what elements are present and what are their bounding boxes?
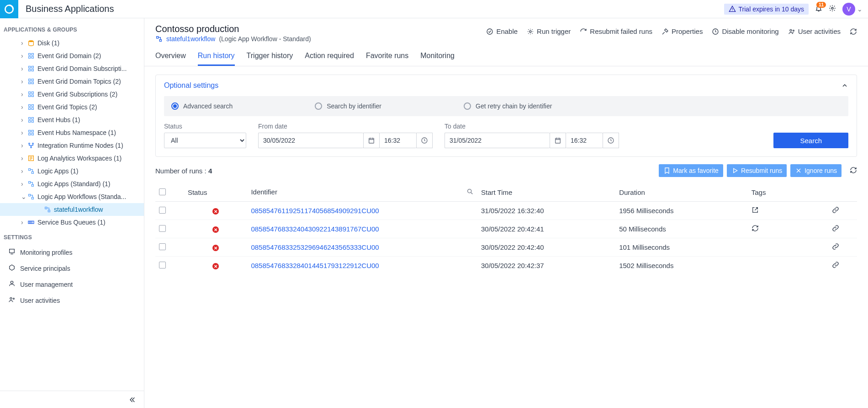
row-checkbox[interactable] [159,262,166,268]
sidebar-item[interactable]: ›Service Bus Queues (1) [0,216,144,229]
from-time-input[interactable] [380,133,416,148]
tab-run-history[interactable]: Run history [198,46,235,66]
run-tag[interactable] [748,257,828,275]
sidebar-item[interactable]: ›Disk (1) [0,37,144,49]
radio-search-by-identifier[interactable]: Search by identifier [315,102,381,110]
calendar-icon[interactable] [363,133,380,148]
sidebar-item[interactable]: ›Event Grid Subscriptions (2) [0,88,144,101]
svg-rect-20 [32,105,33,107]
clock-icon[interactable] [416,133,433,148]
resubmit-failed-action[interactable]: Resubmit failed runs [580,27,652,35]
from-date-input[interactable] [258,133,363,148]
sidebar-item-label: Service Bus Queues (1) [37,219,106,226]
settings-item[interactable]: User activities [0,292,144,308]
ignore-runs-button[interactable]: Ignore runs [790,164,842,177]
run-identifier[interactable]: 08585476833253296946243565333CU00 [247,238,477,257]
svg-rect-41 [45,207,47,209]
sidebar-item[interactable]: ›Event Grid Topics (2) [0,101,144,113]
logo[interactable] [0,0,18,18]
run-link-icon[interactable] [828,220,857,238]
tab-favorite-runs[interactable]: Favorite runs [366,46,408,66]
panel-collapse-icon[interactable] [841,82,848,89]
run-link-icon[interactable] [828,202,857,220]
tab-trigger-history[interactable]: Trigger history [247,46,293,66]
run-identifier[interactable]: 08585476119251174056854909291CU00 [247,202,477,220]
sidebar-item-stateful1workflow[interactable]: stateful1workflow [0,203,144,216]
sidebar-item[interactable]: ›Event Grid Domain (2) [0,49,144,62]
search-icon[interactable] [466,188,474,197]
to-date-label: To date [445,123,619,130]
run-identifier[interactable]: 08585476833284014451793122912CU00 [247,257,477,275]
run-duration: 1502 Milliseconds [615,257,748,275]
row-checkbox[interactable] [159,207,166,214]
sidebar-item-label: Event Grid Domain Topics (2) [37,78,121,85]
clock-icon[interactable] [603,133,619,148]
row-checkbox[interactable] [159,225,166,232]
sidebar-item-label: Log Analytics Workspaces (1) [37,155,122,162]
sidebar-item-label: Event Hubs Namespace (1) [37,129,116,136]
select-all-checkbox[interactable] [159,188,166,195]
sidebar-item[interactable]: ›Event Grid Domain Topics (2) [0,75,144,88]
sidebar-item-label: Event Hubs (1) [37,116,80,123]
table-row: ✕08585476833240430922143891767CU0030/05/… [155,220,857,238]
sidebar-item[interactable]: ⌄Logic App Workflows (Standa... [0,190,144,203]
avatar-chevron-icon[interactable]: ⌄ [857,5,863,13]
run-identifier[interactable]: 08585476833240430922143891767CU00 [247,220,477,238]
calendar-icon[interactable] [550,133,566,148]
settings-item[interactable]: User management [0,276,144,292]
notifications-button[interactable]: 11 [815,5,822,13]
tab-overview[interactable]: Overview [155,46,186,66]
enable-action[interactable]: Enable [486,27,518,35]
user-activities-action[interactable]: User activities [788,27,841,35]
sidebar-item[interactable]: ›Log Analytics Workspaces (1) [0,152,144,165]
svg-rect-3 [29,54,31,55]
row-checkbox[interactable] [159,243,166,250]
settings-label: Monitoring profiles [20,249,72,256]
tab-monitoring[interactable]: Monitoring [420,46,455,66]
svg-rect-10 [32,69,33,71]
resubmit-runs-button[interactable]: Resubmit runs [727,164,787,177]
tab-action-required[interactable]: Action required [305,46,354,66]
col-start-time: Start Time [477,183,615,202]
sidebar-item[interactable]: ›Event Hubs Namespace (1) [0,126,144,139]
status-select[interactable]: All [164,133,246,148]
properties-action[interactable]: Properties [662,27,703,35]
sidebar-item[interactable]: ›Logic Apps (Standard) (1) [0,177,144,190]
run-trigger-action[interactable]: Run trigger [527,27,571,35]
svg-rect-16 [32,92,33,94]
caret-icon: › [21,155,26,162]
svg-rect-12 [32,79,33,81]
run-tag[interactable] [748,238,828,257]
sidebar-item[interactable]: ›Logic Apps (1) [0,165,144,177]
search-button[interactable]: Search [773,133,848,148]
settings-item[interactable]: Monitoring profiles [0,244,144,260]
disable-monitoring-action[interactable]: Disable monitoring [712,27,778,35]
svg-rect-26 [32,120,33,122]
avatar[interactable]: V [842,3,855,16]
sidebar-item-label: stateful1workflow [54,206,103,213]
sidebar-item[interactable]: ›Integration Runtime Nodes (1) [0,139,144,152]
sidebar-collapse-button[interactable] [0,391,144,408]
caret-icon: › [21,167,26,175]
trial-badge[interactable]: Trial expires in 10 days [724,4,809,15]
item-icon [27,219,35,226]
mark-favorite-button[interactable]: Mark as favorite [659,164,723,177]
settings-item[interactable]: Service principals [0,260,144,276]
run-link-icon[interactable] [828,257,857,275]
run-tag[interactable] [748,202,828,220]
run-tag[interactable] [748,220,828,238]
sidebar-item[interactable]: ›Event Grid Domain Subscripti... [0,62,144,75]
settings-button[interactable] [829,5,836,13]
item-icon [27,129,35,136]
run-duration: 50 Milliseconds [615,220,748,238]
to-time-input[interactable] [566,133,603,148]
item-icon [27,91,35,98]
sidebar-item[interactable]: ›Event Hubs (1) [0,113,144,126]
sidebar-item-label: Disk (1) [37,39,59,47]
to-date-input[interactable] [445,133,550,148]
run-link-icon[interactable] [828,238,857,257]
page-refresh-button[interactable] [850,28,857,35]
radio-advanced-search[interactable]: Advanced search [171,102,233,110]
radio-retry-chain[interactable]: Get retry chain by identifier [464,102,552,110]
runs-refresh-button[interactable] [850,166,857,175]
